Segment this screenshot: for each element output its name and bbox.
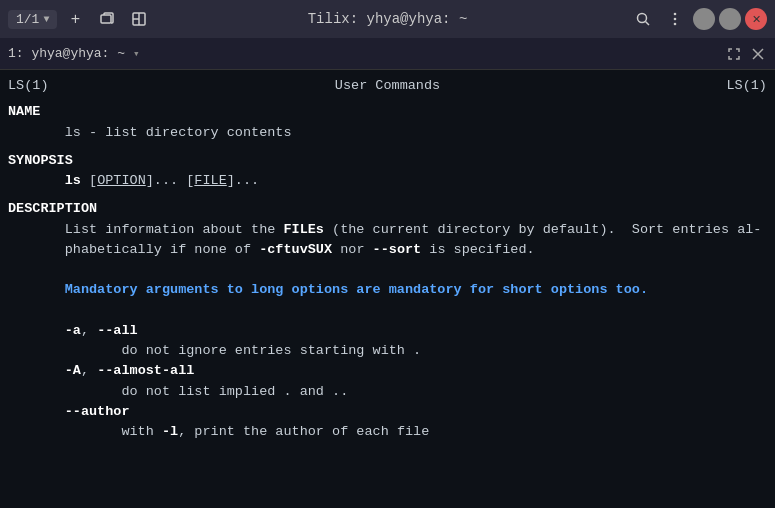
opt-a-label: -a, --all <box>8 321 767 341</box>
name-content: ls - list directory contents <box>8 123 767 143</box>
titlebar-left: 1/1 ▼ + <box>8 5 153 33</box>
tab-indicator[interactable]: 1/1 ▼ <box>8 10 57 29</box>
tab-dropdown-icon[interactable]: ▼ <box>43 14 49 25</box>
tab-count-label: 1/1 <box>16 12 39 27</box>
synopsis-content: ls [OPTION]... [FILE]... <box>8 171 767 191</box>
tab-label[interactable]: 1: yhya@yhya: ~ ▾ <box>8 46 142 61</box>
svg-point-7 <box>674 18 677 21</box>
titlebar-right: ✕ <box>629 5 767 33</box>
opt-A-desc: do not list implied . and .. <box>8 382 767 402</box>
man-header-center: User Commands <box>335 76 440 96</box>
opt-l-bold: -l <box>162 424 178 439</box>
opt-A-label: -A, --almost-all <box>8 361 767 381</box>
menu-button[interactable] <box>661 5 689 33</box>
tab-dropdown-btn[interactable]: ▾ <box>131 47 142 60</box>
svg-line-5 <box>646 22 650 26</box>
opt-A-bold: -A <box>65 363 81 378</box>
add-tab-button[interactable]: + <box>61 5 89 33</box>
opt-almost-bold: --almost-all <box>97 363 194 378</box>
split-button[interactable] <box>125 5 153 33</box>
svg-rect-0 <box>101 15 111 23</box>
tab-close-button[interactable] <box>749 45 767 63</box>
desc-opt1: -cftuvSUX <box>259 242 332 257</box>
desc-line1: List information about the FILEs (the cu… <box>8 220 767 240</box>
opt-author-desc: with -l, print the author of each file <box>8 422 767 442</box>
expand-button[interactable] <box>723 43 745 65</box>
maximize-button[interactable] <box>719 8 741 30</box>
synopsis-cmd: ls <box>65 173 81 188</box>
titlebar-title: Tilix: yhya@yhya: ~ <box>308 11 468 27</box>
minimize-button[interactable] <box>693 8 715 30</box>
synopsis-file: FILE <box>194 173 226 188</box>
desc-mandatory: Mandatory arguments to long options are … <box>8 280 767 300</box>
synopsis-option: OPTION <box>97 173 146 188</box>
desc-blank2 <box>8 301 767 321</box>
close-button[interactable]: ✕ <box>745 8 767 30</box>
desc-line2: phabetically if none of -cftuvSUX nor --… <box>8 240 767 260</box>
man-header-left: LS(1) <box>8 76 49 96</box>
man-page-header: LS(1) User Commands LS(1) <box>8 76 767 96</box>
terminal-content[interactable]: LS(1) User Commands LS(1) NAME ls - list… <box>0 70 775 508</box>
desc-blank1 <box>8 260 767 280</box>
synopsis-section-title: SYNOPSIS <box>8 151 767 171</box>
opt-a-bold: -a <box>65 323 81 338</box>
name-section-title: NAME <box>8 102 767 122</box>
man-header-right: LS(1) <box>726 76 767 96</box>
opt-author-bold: --author <box>65 404 130 419</box>
opt-a-desc: do not ignore entries starting with . <box>8 341 767 361</box>
tabbar-right <box>723 43 767 65</box>
tab-title: 1: yhya@yhya: ~ <box>8 46 125 61</box>
opt-author-label: --author <box>8 402 767 422</box>
svg-point-6 <box>674 13 677 16</box>
titlebar: 1/1 ▼ + Tilix: yhya@yhya: ~ <box>0 0 775 38</box>
desc-files-bold: FILEs <box>283 222 324 237</box>
search-button[interactable] <box>629 5 657 33</box>
desc-opt2: --sort <box>373 242 422 257</box>
svg-point-8 <box>674 23 677 26</box>
opt-all-bold: --all <box>97 323 138 338</box>
tabbar: 1: yhya@yhya: ~ ▾ <box>0 38 775 70</box>
svg-point-4 <box>638 14 647 23</box>
description-section-title: DESCRIPTION <box>8 199 767 219</box>
detach-button[interactable] <box>93 5 121 33</box>
